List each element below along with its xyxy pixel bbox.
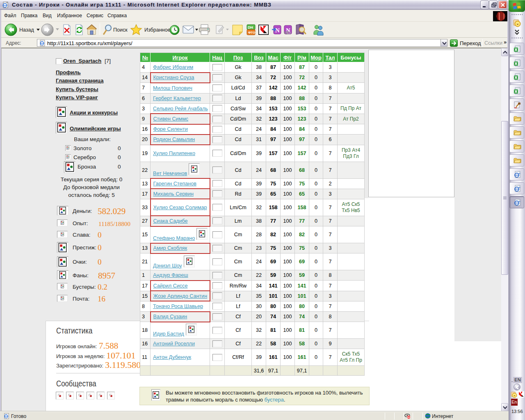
svg-text:N: N bbox=[275, 27, 280, 34]
svg-text:DH: DH bbox=[248, 25, 253, 30]
svg-text:ФТО: ФТО bbox=[248, 31, 255, 34]
